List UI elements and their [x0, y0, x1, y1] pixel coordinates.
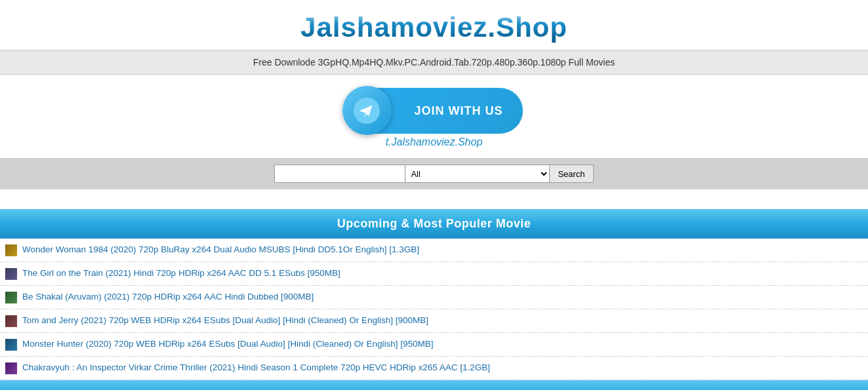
search-button[interactable]: Search	[550, 165, 593, 183]
spacer	[0, 189, 868, 209]
search-input[interactable]	[274, 165, 405, 183]
movie-thumbnail	[5, 315, 17, 327]
site-title: Jalshamoviez.Shop	[300, 12, 568, 43]
movie-link[interactable]: Monster Hunter (2020) 720p WEB HDRip x26…	[22, 338, 434, 351]
telegram-icon	[342, 86, 392, 135]
search-bar: All Bollywood Hollywood South WWE TV Sho…	[0, 158, 868, 189]
list-item: Be Shakal (Aruvam) (2021) 720p HDRip x26…	[0, 286, 868, 309]
upcoming-section-header: Upcoming & Most Populer Movie	[0, 209, 868, 239]
telegram-join-text: JOIN WITH US	[395, 104, 523, 118]
latest-section-header: Latest Updated Movies	[0, 380, 868, 390]
list-item: Wonder Woman 1984 (2020) 720p BluRay x26…	[0, 239, 868, 262]
telegram-button[interactable]: JOIN WITH US	[346, 88, 523, 134]
list-item: Chakravyuh : An Inspector Virkar Crime T…	[0, 357, 868, 380]
movie-link[interactable]: Tom and Jerry (2021) 720p WEB HDRip x264…	[22, 315, 428, 327]
movie-thumbnail	[5, 339, 17, 351]
movie-link[interactable]: Wonder Woman 1984 (2020) 720p BluRay x26…	[22, 244, 419, 256]
movie-thumbnail	[5, 292, 17, 303]
movie-thumbnail	[5, 362, 17, 374]
telegram-banner[interactable]: JOIN WITH US t.Jalshamoviez.Shop	[0, 75, 868, 158]
upcoming-movie-list: Wonder Woman 1984 (2020) 720p BluRay x26…	[0, 239, 868, 380]
movie-link[interactable]: Be Shakal (Aruvam) (2021) 720p HDRip x26…	[22, 291, 314, 303]
movie-link[interactable]: Chakravyuh : An Inspector Virkar Crime T…	[22, 362, 490, 374]
list-item: The Girl on the Train (2021) Hindi 720p …	[0, 262, 868, 286]
list-item: Tom and Jerry (2021) 720p WEB HDRip x264…	[0, 309, 868, 333]
list-item: Monster Hunter (2020) 720p WEB HDRip x26…	[0, 333, 868, 357]
subtitle-text: Free Downlode 3GpHQ.Mp4HQ.Mkv.PC.Android…	[253, 57, 615, 68]
search-category-select[interactable]: All Bollywood Hollywood South WWE TV Sho…	[405, 165, 550, 183]
movie-thumbnail	[5, 244, 17, 256]
movie-link[interactable]: The Girl on the Train (2021) Hindi 720p …	[22, 267, 341, 280]
telegram-channel-url: t.Jalshamoviez.Shop	[386, 136, 483, 148]
movie-thumbnail	[5, 268, 17, 280]
subtitle-bar: Free Downlode 3GpHQ.Mp4HQ.Mkv.PC.Android…	[0, 50, 868, 75]
site-header: Jalshamoviez.Shop	[0, 0, 868, 50]
